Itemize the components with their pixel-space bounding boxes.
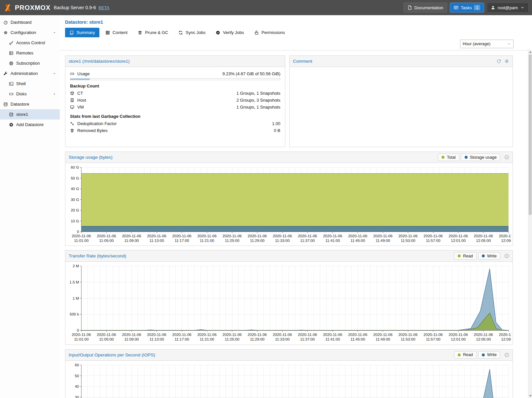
svg-text:2 M: 2 M (73, 264, 79, 268)
scrollbar[interactable] (528, 50, 532, 398)
summary-panel: store1 (/mnt/datastores/store1) Usage 9.… (65, 55, 285, 147)
gauge-icon (3, 20, 8, 25)
svg-text:2020-11-06: 2020-11-06 (197, 333, 217, 337)
sidebar-item-label: Dashboard (11, 20, 56, 25)
sidebar-item-disks[interactable]: Disks (0, 89, 60, 99)
input-output-operations-per-second-iops-panel: Input/Output Operations per Second (IOPS… (65, 349, 513, 398)
gear-icon[interactable] (504, 59, 509, 64)
svg-text:11:49:00: 11:49:00 (375, 239, 390, 243)
brand-name: PROXMOX (15, 4, 51, 12)
svg-text:11:13:00: 11:13:00 (149, 338, 164, 342)
trash-icon (138, 30, 142, 35)
legend-label: Read (463, 254, 473, 258)
comment-panel-title: Comment (293, 59, 312, 64)
svg-text:12:09:00: 12:09:00 (501, 239, 511, 243)
sidebar-item-configuration[interactable]: Configuration (0, 27, 60, 38)
brand: PROXMOX Backup Server 0.9-6 BETA (3, 3, 109, 12)
comment-body[interactable] (290, 67, 513, 74)
sidebar-item-add-datastore[interactable]: Add Datastore (0, 119, 60, 130)
sidebar-item-label: store1 (16, 112, 56, 117)
tasks-button[interactable]: Tasks 1 (450, 3, 484, 13)
summary-row-vm: VM1 Groups, 1 Snapshots (70, 104, 280, 111)
svg-text:2020-11-06: 2020-11-06 (147, 234, 166, 238)
svg-text:2020-11-06: 2020-11-06 (373, 333, 392, 337)
transfer-rate-bytes-second-chart: 0500 k1 M1.5 M2 M2020-11-0611:01:002020-… (66, 263, 511, 344)
sidebar-item-label: Remotes (16, 50, 56, 55)
legend-write[interactable]: Write (478, 252, 500, 260)
key-icon (9, 41, 14, 45)
chart-legend: ReadWrite (454, 252, 509, 260)
wrench-icon (3, 71, 8, 76)
sidebar-item-label: Datastore (11, 102, 56, 107)
top-actions: Documentation Tasks 1 root@pam (404, 3, 529, 13)
sidebar-item-remotes[interactable]: Remotes (0, 48, 60, 58)
user-menu-button[interactable]: root@pam (487, 3, 529, 13)
svg-text:2020-11-06: 2020-11-06 (373, 234, 392, 238)
scroll-thumb[interactable] (529, 54, 532, 215)
sidebar-item-administration[interactable]: Administration (0, 68, 60, 79)
chart-body: 010 G20 G30 G40 G50 G60 G2020-11-0611:01… (65, 163, 513, 246)
row-label: CT (77, 91, 83, 96)
legend-dot (442, 156, 444, 159)
storage-usage-bytes-chart: 010 G20 G30 G40 G50 G60 G2020-11-0611:01… (66, 165, 511, 245)
sidebar: DashboardConfigurationAccess ControlRemo… (0, 15, 60, 398)
beta-link[interactable]: BETA (98, 5, 109, 10)
legend-write[interactable]: Write (478, 351, 500, 359)
legend-read[interactable]: Read (454, 351, 477, 359)
svg-text:11:09:00: 11:09:00 (124, 338, 139, 342)
legend-read[interactable]: Read (454, 252, 477, 260)
sidebar-item-store1[interactable]: store1 (0, 109, 60, 119)
row-label: VM (77, 105, 84, 110)
tab-label: Prune & GC (145, 30, 168, 35)
sidebar-item-dashboard[interactable]: Dashboard (0, 17, 60, 27)
tab-prune-gc[interactable]: Prune & GC (133, 28, 172, 37)
refresh-icon[interactable] (496, 59, 501, 64)
tab-content[interactable]: Content (101, 28, 132, 37)
collapse-icon[interactable] (504, 253, 509, 258)
caret-down-icon (53, 72, 56, 76)
sidebar-item-shell[interactable]: Shell (0, 79, 60, 89)
svg-text:11:53:00: 11:53:00 (401, 239, 415, 243)
scroll-up-arrow[interactable] (528, 50, 532, 54)
scroll-down-arrow[interactable] (528, 393, 532, 398)
document-icon (408, 5, 412, 10)
time-range-select[interactable]: Hour (average) (460, 40, 514, 48)
svg-text:2020-11-06: 2020-11-06 (122, 234, 141, 238)
legend-total[interactable]: Total (438, 153, 459, 161)
sidebar-item-datastore[interactable]: Datastore (0, 99, 60, 109)
legend-dot (465, 156, 468, 159)
tab-permissions[interactable]: Permissions (250, 28, 289, 37)
sidebar-item-access-control[interactable]: Access Control (0, 38, 60, 48)
summary-row-deduplication-factor: Deduplication Factor1.00 (70, 120, 280, 127)
documentation-button[interactable]: Documentation (404, 3, 447, 13)
gear-icon (3, 30, 8, 35)
collapse-icon[interactable] (504, 352, 509, 357)
tab-label: Summary (77, 30, 95, 35)
caret-right-icon (53, 92, 56, 96)
svg-text:11:57:00: 11:57:00 (426, 239, 441, 243)
svg-text:11:29:00: 11:29:00 (250, 239, 265, 243)
svg-text:11:13:00: 11:13:00 (149, 239, 164, 243)
summary-row-host: Host2 Groups, 3 Snapshots (70, 97, 280, 104)
collapse-icon[interactable] (504, 155, 509, 160)
svg-text:2020-11-06: 2020-11-06 (122, 333, 141, 337)
row-label: Deduplication Factor (77, 121, 117, 126)
input-output-operations-per-second-iops-chart: 01020304050602020-11-0611:01:002020-11-0… (66, 362, 511, 398)
sidebar-item-subscription[interactable]: Subscription (0, 58, 60, 68)
svg-text:40: 40 (75, 384, 79, 388)
svg-text:11:21:00: 11:21:00 (200, 338, 214, 342)
tab-label: Content (113, 30, 128, 35)
legend-label: Read (463, 352, 473, 357)
sidebar-item-label: Disks (16, 91, 50, 96)
legend-storage-usage[interactable]: Storage usage (461, 153, 500, 161)
sidebar-item-label: Configuration (11, 30, 50, 35)
svg-text:12:01:00: 12:01:00 (451, 338, 466, 342)
tab-summary[interactable]: Summary (65, 28, 99, 37)
svg-text:2020-11-06: 2020-11-06 (474, 234, 493, 238)
tab-sync-jobs[interactable]: Sync Jobs (174, 28, 210, 37)
tab-verify-jobs[interactable]: Verify Jobs (211, 28, 248, 37)
chart-panel-header: Transfer Rate (bytes/second) ReadWrite (65, 250, 513, 262)
svg-text:11:37:00: 11:37:00 (300, 338, 315, 342)
svg-text:11:33:00: 11:33:00 (275, 239, 290, 243)
svg-text:2020-11-06: 2020-11-06 (298, 333, 317, 337)
